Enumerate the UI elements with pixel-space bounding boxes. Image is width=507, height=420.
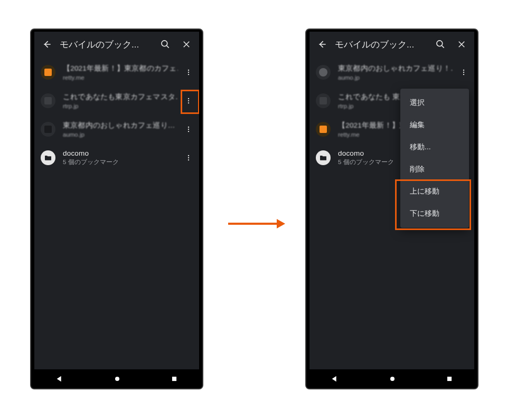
arrow-icon: [228, 218, 285, 230]
app-bar: モバイルのブック...: [309, 32, 474, 57]
nav-back-icon[interactable]: [331, 375, 339, 383]
phone-before: モバイルのブック... 【2021年最新！】東京都のカフェ… retty.me: [30, 28, 203, 389]
more-icon[interactable]: [180, 62, 197, 83]
bookmark-url: aumo.jp: [338, 74, 453, 81]
close-icon[interactable]: [176, 34, 197, 55]
bookmark-title: 東京都内のおしゃれカフェ巡り…: [63, 121, 178, 130]
svg-point-0: [162, 41, 167, 46]
svg-point-12: [188, 159, 189, 160]
favicon: [316, 65, 331, 80]
bookmark-url: aumo.jp: [63, 131, 178, 138]
favicon: [316, 122, 331, 137]
svg-point-5: [188, 100, 189, 101]
more-icon[interactable]: [180, 90, 197, 111]
nav-back-icon[interactable]: [55, 375, 64, 383]
close-icon[interactable]: [451, 34, 472, 55]
folder-icon: [41, 150, 55, 165]
folder-name: docomo: [63, 149, 178, 157]
more-icon[interactable]: [180, 147, 197, 168]
svg-point-17: [463, 70, 464, 71]
bookmark-title: これであなたも東京カフェマスタ…: [63, 92, 178, 102]
svg-point-2: [188, 72, 189, 73]
bookmark-url: rtrp.jp: [63, 103, 178, 109]
phone-after: モバイルのブック... 東京都内のおしゃれカフェ巡り！… aumo.jp: [305, 28, 478, 389]
nav-recent-icon[interactable]: [171, 375, 178, 383]
svg-point-11: [188, 157, 189, 158]
menu-item-move-up[interactable]: 上に移動: [400, 180, 469, 203]
svg-point-20: [390, 377, 395, 381]
page-title: モバイルのブック...: [333, 39, 430, 51]
bookmark-row[interactable]: これであなたも東京カフェマスタ… rtrp.jp: [34, 87, 199, 115]
svg-point-8: [188, 129, 189, 130]
bookmark-row[interactable]: 東京都内のおしゃれカフェ巡り… aumo.jp: [34, 115, 199, 144]
svg-rect-14: [172, 377, 176, 381]
menu-item-move-down[interactable]: 下に移動: [400, 203, 469, 225]
favicon: [41, 122, 55, 137]
svg-point-10: [188, 155, 189, 156]
nav-home-icon[interactable]: [388, 375, 397, 383]
svg-point-13: [115, 377, 119, 381]
svg-point-16: [437, 41, 443, 46]
screen-before: モバイルのブック... 【2021年最新！】東京都のカフェ… retty.me: [34, 32, 199, 369]
svg-point-3: [188, 74, 189, 75]
svg-point-1: [188, 70, 189, 71]
favicon: [316, 93, 331, 108]
menu-item-edit[interactable]: 編集: [400, 114, 469, 136]
bookmark-row[interactable]: 東京都内のおしゃれカフェ巡り！… aumo.jp: [309, 58, 474, 87]
bookmark-title: 【2021年最新！】東京都のカフェ…: [63, 64, 178, 73]
favicon: [41, 93, 55, 108]
bookmark-title: 東京都内のおしゃれカフェ巡り！…: [338, 64, 453, 73]
folder-row[interactable]: docomo 5 個のブックマーク: [34, 144, 199, 172]
bookmark-url: retty.me: [63, 74, 178, 81]
nav-home-icon[interactable]: [113, 375, 121, 383]
android-nav-bar: [306, 369, 477, 388]
more-icon[interactable]: [455, 62, 472, 83]
folder-icon: [316, 150, 331, 165]
bookmark-row[interactable]: 【2021年最新！】東京都のカフェ… retty.me: [34, 58, 199, 87]
back-icon[interactable]: [312, 34, 333, 55]
folder-sub: 5 個のブックマーク: [63, 158, 178, 166]
context-menu: 選択 編集 移動... 削除 上に移動 下に移動: [400, 89, 469, 228]
bookmark-list: 【2021年最新！】東京都のカフェ… retty.me これであなたも東京カフェ…: [34, 57, 199, 173]
svg-point-9: [188, 131, 189, 132]
svg-point-18: [463, 72, 464, 73]
nav-recent-icon[interactable]: [446, 375, 453, 383]
svg-point-6: [188, 102, 189, 103]
svg-rect-21: [447, 377, 452, 381]
svg-point-4: [188, 98, 189, 99]
screen-after: モバイルのブック... 東京都内のおしゃれカフェ巡り！… aumo.jp: [309, 32, 474, 369]
app-bar: モバイルのブック...: [34, 32, 199, 57]
search-icon[interactable]: [155, 34, 176, 55]
search-icon[interactable]: [430, 34, 451, 55]
favicon: [41, 65, 55, 80]
menu-item-delete[interactable]: 削除: [400, 158, 469, 180]
menu-item-move[interactable]: 移動...: [400, 136, 469, 158]
more-icon[interactable]: [180, 119, 197, 140]
svg-point-7: [188, 127, 189, 128]
menu-item-select[interactable]: 選択: [400, 92, 469, 114]
page-title: モバイルのブック...: [58, 39, 155, 51]
svg-point-19: [463, 74, 464, 75]
back-icon[interactable]: [36, 34, 58, 55]
android-nav-bar: [31, 369, 202, 388]
